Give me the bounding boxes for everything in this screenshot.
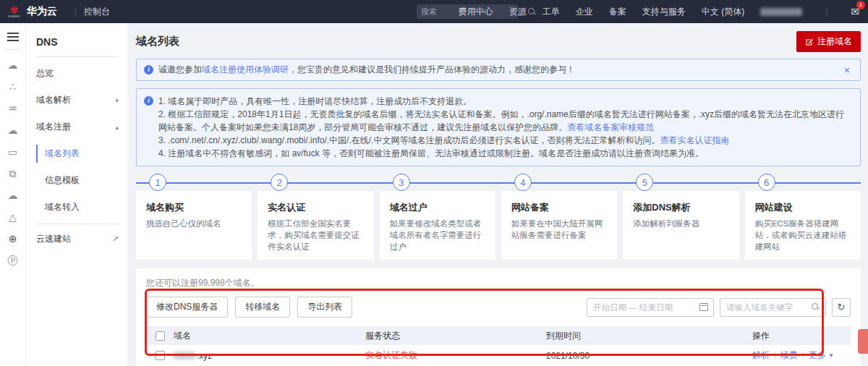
- domain-list-panel: 您还可以注册99,998个域名。 修改DNS服务器 转移域名 导出列表 ↻ 域名: [136, 268, 861, 366]
- register-icon: [805, 38, 814, 46]
- sidebar-divider: [36, 56, 119, 57]
- rules-line-3: 3. .com/.net/.cn/.xyz/.club/.wang/.mobi/…: [158, 134, 851, 147]
- modify-dns-button[interactable]: 修改DNS服务器: [146, 297, 228, 318]
- refresh-icon: ↻: [838, 302, 846, 312]
- cloud-console-icon[interactable]: ☁: [8, 54, 18, 76]
- resolve-link[interactable]: 解析: [752, 349, 770, 362]
- huawei-flower-icon: ✾: [10, 5, 19, 15]
- export-list-button[interactable]: 导出列表: [297, 297, 352, 318]
- console-link[interactable]: 控制台: [84, 6, 110, 18]
- sidebar-item-domain-register[interactable]: 域名注册 ▴: [26, 114, 127, 140]
- search-icon[interactable]: [812, 303, 820, 311]
- rules-notice-banner: i 1. 域名属于即时产品，具有唯一性，注册时请尽快结算，注册成功后不支持退款。…: [136, 88, 861, 166]
- col-header-actions: 操作: [752, 330, 851, 342]
- hamburger-menu-icon[interactable]: [7, 30, 19, 43]
- huawei-logo: ✾ HUAWEI: [7, 5, 21, 18]
- date-range-input[interactable]: [587, 303, 694, 312]
- ip-icon[interactable]: Ⓟ: [8, 250, 18, 271]
- sidebar-item-domain-list[interactable]: 域名列表: [26, 140, 127, 167]
- sidebar: DNS 总览 域名解析 ▾ 域名注册 ▴ 域名列表 信息模板 域名转入 云速建站…: [26, 23, 127, 366]
- notification-badge: 1: [856, 1, 865, 9]
- close-icon[interactable]: ×: [841, 64, 853, 76]
- row-checkbox[interactable]: [156, 351, 165, 360]
- account-name-blurred[interactable]: [760, 8, 802, 16]
- step-card-transfer-owner: 3 域名过户 如果要修改域名类型或者域名所有者名字需要进行过户: [380, 191, 495, 260]
- copy-icon[interactable]: ⧉: [9, 163, 17, 184]
- sidebar-item-overview[interactable]: 总览: [26, 60, 127, 87]
- brand-name[interactable]: 华为云: [27, 5, 57, 18]
- external-link-icon: ↗: [112, 234, 119, 244]
- sidebar-item-domain-transfer-in[interactable]: 域名转入: [26, 194, 127, 221]
- expire-date: 2021/10/30: [546, 351, 752, 361]
- nav-item-resources[interactable]: 资源: [509, 6, 527, 18]
- sidebar-item-info-template[interactable]: 信息模板: [26, 167, 127, 194]
- nav-divider: |: [825, 7, 827, 17]
- refresh-button[interactable]: ↻: [832, 298, 851, 317]
- info-icon: i: [144, 65, 153, 75]
- messages-button[interactable]: ✉ 1: [851, 5, 859, 18]
- action-divider: [803, 352, 804, 359]
- step-card-website: 6 网站建设 购买ECS服务器搭建网站，或者购买云速建站搭建网站: [745, 191, 861, 260]
- domain-name-blurred: [174, 352, 195, 359]
- step-number: 1: [149, 174, 166, 191]
- keyword-filter: [720, 298, 826, 317]
- chevron-up-icon: ▴: [115, 124, 119, 131]
- more-dropdown[interactable]: 更多: [809, 349, 826, 362]
- nav-item-enterprise[interactable]: 企业: [576, 6, 593, 18]
- renew-link[interactable]: 续费: [780, 349, 798, 362]
- table-row[interactable]: .xyz 实名认证失败 2021/10/30 解析 续费 更多 ▼: [146, 345, 851, 366]
- select-all-checkbox[interactable]: [156, 331, 165, 341]
- page-title: 域名列表: [136, 35, 179, 48]
- transfer-domain-button[interactable]: 转移域名: [235, 297, 290, 318]
- calendar-icon[interactable]: [699, 303, 708, 311]
- step-number: 3: [393, 174, 410, 191]
- sidebar-dashed-divider: [36, 224, 119, 224]
- sidebar-item-domain-resolution[interactable]: 域名解析 ▾: [26, 87, 127, 114]
- globe-dns-icon[interactable]: ⊕: [9, 228, 17, 250]
- register-domain-button[interactable]: 注册域名: [796, 31, 861, 52]
- nav-item-language[interactable]: 中文 (简体): [702, 6, 744, 18]
- keyword-search-input[interactable]: [720, 303, 806, 312]
- icp-review-link[interactable]: 查看域名备案审核规范: [567, 122, 654, 132]
- col-header-expire: 到期时间: [546, 330, 752, 342]
- step-number: 5: [636, 174, 653, 191]
- date-range-filter: [587, 298, 714, 317]
- table-header-row: 域名 服务状态 到期时间 操作: [146, 326, 851, 345]
- waves-icon[interactable]: ♒: [8, 98, 17, 119]
- domain-table: 域名 服务状态 到期时间 操作 .xyz 实名认证失败 2021/10/30 解…: [146, 326, 851, 366]
- sidebar-item-site-builder[interactable]: 云速建站 ↗: [26, 226, 127, 252]
- step-number: 6: [758, 174, 775, 191]
- device-icon[interactable]: ▭: [8, 141, 17, 163]
- nav-item-support[interactable]: 支持与服务: [642, 6, 686, 18]
- nav-item-tickets[interactable]: 工单: [542, 6, 560, 18]
- chevron-down-icon: ▼: [828, 352, 834, 359]
- step-card-purchase: 1 域名购买 挑选自己心仪的域名: [136, 191, 252, 260]
- steps-connector-line: [136, 182, 861, 184]
- step-number: 4: [514, 174, 532, 191]
- service-rail: ☁ ∴ ♒ ☁ ▭ ⧉ ☁ △ ⊕ Ⓟ: [0, 23, 26, 366]
- huawei-logo-word: HUAWEI: [8, 15, 20, 18]
- nav-item-icp[interactable]: 备案: [609, 6, 626, 18]
- step-card-realname: 2 实名认证 根据工信部全国实名要求，购买域名需要提交证件实名认证: [258, 191, 373, 260]
- survey-notice-text: 诚邀您参加域名注册使用体验调研，您宝贵的意见和建议是我们持续提升产品体验的源动力…: [158, 64, 575, 76]
- users-icon[interactable]: ∴: [9, 76, 16, 98]
- feedback-widget[interactable]: [858, 329, 868, 354]
- step-number: 2: [271, 174, 288, 191]
- step-card-icp: 4 网站备案 如果要在中国大陆开展网站服务需要进行备案: [501, 191, 617, 260]
- info-icon: i: [144, 96, 153, 106]
- status-badge: 实名认证失败: [365, 349, 546, 362]
- main-content: 域名列表 注册域名 i 诚邀您参加域名注册使用体验调研，您宝贵的意见和建议是我们…: [127, 23, 868, 366]
- step-card-dns: 5 添加DNS解析 添加解析到服务器: [623, 191, 739, 260]
- realname-guide-link[interactable]: 查看实名认证指南: [660, 135, 729, 145]
- beacon-icon[interactable]: △: [9, 206, 17, 228]
- survey-notice-banner: i 诚邀您参加域名注册使用体验调研，您宝贵的意见和建议是我们持续提升产品体验的源…: [136, 59, 861, 81]
- col-header-status: 服务状态: [365, 330, 546, 342]
- top-navbar: ✾ HUAWEI 华为云 | 控制台 费用中心 资源 工单 企业 备案 支持与服…: [0, 0, 868, 23]
- chevron-down-icon: ▾: [115, 97, 119, 104]
- cloud-sync-icon[interactable]: ☁: [8, 184, 18, 206]
- rules-line-1: 1. 域名属于即时产品，具有唯一性，注册时请尽快结算，注册成功后不支持退款。: [158, 95, 851, 108]
- nav-item-billing[interactable]: 费用中心: [459, 6, 493, 18]
- cloud-service-icon[interactable]: ☁: [8, 119, 18, 141]
- action-divider: [775, 352, 775, 359]
- survey-link[interactable]: 域名注册使用体验调研: [202, 64, 289, 75]
